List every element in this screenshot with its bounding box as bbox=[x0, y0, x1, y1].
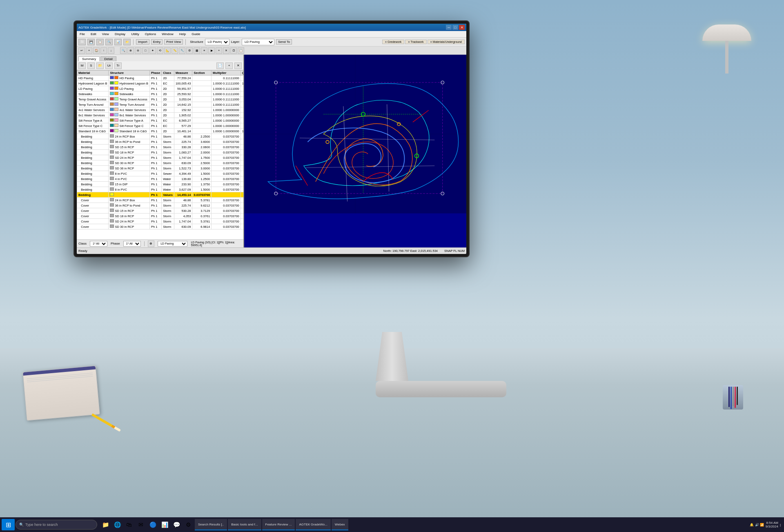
taskbar-app1[interactable]: 📊 bbox=[159, 519, 170, 530]
layer-status-select[interactable]: LD Paving bbox=[158, 241, 187, 247]
tb2-btn-7[interactable]: ⊕ bbox=[127, 47, 134, 54]
toolbar-printview-btn[interactable]: Print View bbox=[164, 39, 183, 45]
taskbar-app2[interactable]: 💬 bbox=[171, 519, 182, 530]
table-row[interactable]: Cover 36 in RCP to Pond Ph 1 Storm 225.7… bbox=[77, 203, 244, 208]
structure-select[interactable]: LD Paving bbox=[205, 39, 229, 45]
tab-summary[interactable]: Summary bbox=[78, 56, 100, 61]
sheet-btn-2[interactable]: S bbox=[87, 62, 95, 69]
taskbar-search-bar[interactable]: 🔍 Type here to search bbox=[16, 520, 97, 530]
menu-view[interactable]: View bbox=[101, 32, 110, 36]
taskbar-app-search[interactable]: Search Results [.. bbox=[195, 519, 227, 530]
tb2-btn-3[interactable]: 🏠 bbox=[93, 47, 100, 54]
table-row[interactable]: Cover SD 15 in RCP Ph 1 Storm 530.28 3.7… bbox=[77, 208, 244, 214]
toolbar-btn-2[interactable]: 💾 bbox=[87, 39, 95, 45]
taskbar-app-feature-review[interactable]: Feature Review ... bbox=[262, 519, 295, 530]
table-row[interactable]: Bedding SD 18 in RCP Ph 1 Storm 1,083.27… bbox=[77, 150, 244, 155]
start-button[interactable]: ⊞ bbox=[2, 519, 15, 530]
sheet-btn-3[interactable]: 📁 bbox=[96, 62, 104, 69]
table-row[interactable]: Hydroseed Lagoon B Hydroseed Lagoon B Ph… bbox=[77, 81, 244, 86]
gredework-module-btn[interactable]: ■ Gredework bbox=[382, 40, 404, 44]
cad-view-panel[interactable]: CAD View bbox=[244, 55, 466, 247]
taskbar-store[interactable]: 🛍 bbox=[123, 519, 135, 530]
table-row[interactable]: 4x1 Water Services 4x1 Water Services Ph… bbox=[77, 107, 244, 113]
materials-underground-module-btn[interactable]: ■ Materials/Underground bbox=[428, 40, 465, 44]
sheet-btn-8[interactable]: ✕ bbox=[234, 62, 242, 69]
sheet-btn-1[interactable]: M bbox=[78, 62, 86, 69]
tray-show-desktop[interactable]: | bbox=[780, 523, 781, 527]
table-row[interactable]: Bedding 15 in DIP Ph 1 Water 233.90 1.37… bbox=[77, 182, 244, 187]
tb2-btn-11[interactable]: ⟲ bbox=[157, 47, 163, 54]
phase-select[interactable]: 1* All bbox=[123, 241, 141, 247]
taskbar-app-basic-tools[interactable]: Basic tools and f... bbox=[228, 519, 261, 530]
tb2-btn-9[interactable]: □ bbox=[142, 47, 149, 54]
toolbar-entry-btn[interactable]: Entry bbox=[151, 39, 163, 45]
table-row[interactable]: Standard 18 in C&G Standard 18 in C&G Ph… bbox=[77, 129, 244, 134]
toolbar-btn-6[interactable]: 📁 bbox=[123, 39, 131, 45]
table-row[interactable]: Bedding SD 24 in RCP Ph 1 Storm 1,747.04… bbox=[77, 155, 244, 160]
taskbar-chrome[interactable]: 🔵 bbox=[147, 519, 158, 530]
menu-display[interactable]: Display bbox=[114, 32, 127, 36]
tb2-btn-14[interactable]: 🔧 bbox=[179, 47, 185, 54]
sheet-btn-7[interactable]: + bbox=[225, 62, 233, 69]
tab-detail[interactable]: Detail bbox=[100, 56, 116, 61]
table-row[interactable]: Cover SD 24 in RCP Ph 1 Storm 1,747.04 5… bbox=[77, 219, 244, 224]
tb2-btn-21[interactable]: 🗒 bbox=[230, 47, 237, 54]
close-button[interactable]: ✕ bbox=[459, 25, 465, 30]
taskbar-clock[interactable]: 8:54 AM 9/3/2024 bbox=[766, 521, 778, 528]
sheet-btn-4[interactable]: Ur bbox=[105, 62, 113, 69]
minimize-button[interactable]: ─ bbox=[446, 25, 452, 30]
table-row[interactable]: Silt Fence Type C Silt Fence Type C Ph 1… bbox=[77, 123, 244, 129]
tb2-btn-18[interactable]: ▶ bbox=[208, 47, 215, 54]
table-row[interactable]: Cover SD 18 in RCP Ph 1 Storm 4,053 0.37… bbox=[77, 214, 244, 219]
toolbar-import-btn[interactable]: Import bbox=[136, 39, 149, 45]
table-row[interactable]: Cover SD 30 in RCP Ph 1 Storm 630.09 6.9… bbox=[77, 224, 244, 229]
tb2-btn-15[interactable]: ⚙ bbox=[186, 47, 193, 54]
taskbar-mail[interactable]: ✉ bbox=[135, 519, 147, 530]
tb2-btn-13[interactable]: 📏 bbox=[172, 47, 178, 54]
menu-options[interactable]: Options bbox=[144, 32, 158, 36]
taskbar-app3[interactable]: ⚙ bbox=[183, 519, 194, 530]
table-row[interactable]: HD Paving HD Paving Ph 1 2D 77,559.24 0.… bbox=[77, 76, 244, 81]
toolbar-btn-4[interactable]: 🔍 bbox=[105, 39, 113, 45]
taskbar-app-agtек[interactable]: AGTЕК GradeWo... bbox=[296, 519, 330, 530]
layer-select[interactable]: LD Paving bbox=[242, 39, 274, 45]
taskbar-edge[interactable]: 🌐 bbox=[111, 519, 123, 530]
tb2-btn-6[interactable]: 🔍 bbox=[120, 47, 127, 54]
toolbar-btn-3[interactable]: 📋 bbox=[96, 39, 104, 45]
tb2-btn-1[interactable]: ↩ bbox=[78, 47, 85, 54]
table-row[interactable]: Cover 24 in RCP Box Ph 1 Storm 48.86 5.3… bbox=[77, 198, 244, 203]
table-row[interactable]: Bedding 4 in PVC Ph 1 Water 139.80 1.250… bbox=[77, 176, 244, 182]
tb2-btn-12[interactable]: 📐 bbox=[164, 47, 171, 54]
tb2-btn-19[interactable]: + bbox=[216, 47, 222, 54]
table-row[interactable]: Bedding SD 30 in RCP Ph 1 Storm 630.09 2… bbox=[77, 160, 244, 166]
tb2-btn-22[interactable]: 📋 bbox=[238, 47, 244, 54]
table-row[interactable]: Bedding SD 36 in RCP Ph 1 Storm 1,522.73… bbox=[77, 166, 244, 171]
menu-help[interactable]: Help bbox=[178, 32, 187, 36]
tb2-btn-17[interactable]: ≡ bbox=[201, 47, 207, 54]
table-row[interactable]: Temp Turn Around Temp Turn Around Ph 1 2… bbox=[77, 102, 244, 107]
toolbar-btn-1[interactable]: ⬜ bbox=[78, 39, 86, 45]
taskbar-file-explorer[interactable]: 📁 bbox=[100, 519, 111, 530]
menu-edit[interactable]: Edit bbox=[89, 32, 98, 36]
tb2-btn-2[interactable]: + bbox=[86, 47, 92, 54]
trackwork-module-btn[interactable]: ■ Trackwork bbox=[405, 40, 426, 44]
table-row[interactable]: Bedding 24 in RCP Box Ph 1 Storm 48.86 2… bbox=[77, 134, 244, 139]
toolbar-btn-5[interactable]: 📊 bbox=[114, 39, 122, 45]
table-row[interactable]: Bedding 8 in PVC Ph 1 Water 3,627.09 1.5… bbox=[77, 187, 244, 192]
sheet-btn-6[interactable]: 📄 bbox=[216, 62, 224, 69]
table-row[interactable]: Silt Fence Type A Silt Fence Type A Ph 1… bbox=[77, 118, 244, 123]
table-row[interactable]: Bedding 36 in RCP to Pond Ph 1 Storm 225… bbox=[77, 139, 244, 145]
table-row[interactable]: Bedding SD 15 in RCP Ph 1 Storm 330.28 2… bbox=[77, 145, 244, 150]
menu-utility[interactable]: Utility bbox=[130, 32, 140, 36]
panel-status-btn[interactable]: ⊕ bbox=[148, 240, 155, 247]
table-row[interactable]: Bedding Ph 1 Values 14,453.14 0.03703700… bbox=[77, 192, 244, 198]
menu-window[interactable]: Window bbox=[160, 32, 174, 36]
menu-file[interactable]: File bbox=[78, 32, 86, 36]
table-row[interactable]: Bedding 8 in PVC Ph 1 Sewer 4,394.49 1.5… bbox=[77, 171, 244, 176]
tb2-btn-20[interactable]: ✕ bbox=[223, 47, 229, 54]
sheet-btn-5[interactable]: Tr bbox=[114, 62, 122, 69]
send-to-btn[interactable]: Send To bbox=[276, 39, 292, 45]
tb2-btn-16[interactable]: ▦ bbox=[194, 47, 200, 54]
class-select[interactable]: 1* All bbox=[90, 241, 107, 247]
table-row[interactable]: 8x1 Water Services 8x1 Water Services Ph… bbox=[77, 113, 244, 118]
